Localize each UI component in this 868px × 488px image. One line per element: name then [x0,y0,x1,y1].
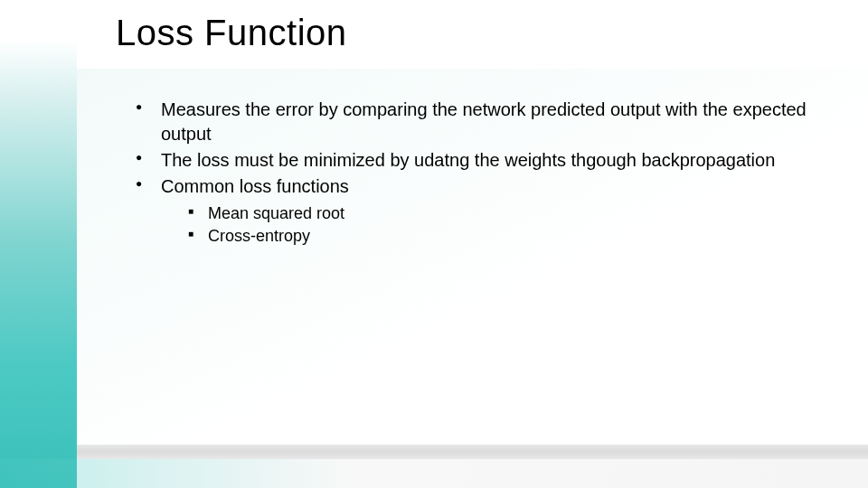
bullet-item: Measures the error by comparing the netw… [134,98,814,146]
bullet-list: Measures the error by comparing the netw… [134,98,814,248]
sub-bullet-text: Mean squared root [208,204,344,222]
bullet-item: The loss must be minimized by udatng the… [134,148,814,173]
bottom-strip [0,459,868,488]
sub-bullet-item: Mean squared root [186,202,814,225]
slide-content: Measures the error by comparing the netw… [134,98,814,249]
bullet-text: Measures the error by comparing the netw… [161,99,807,144]
sub-bullet-list: Mean squared root Cross-entropy [186,202,814,248]
sub-bullet-item: Cross-entropy [186,225,814,248]
bottom-shadow [77,445,868,459]
bullet-text: Common loss functions [161,176,349,196]
left-accent-bar [0,0,77,488]
bullet-text: The loss must be minimized by udatng the… [161,150,775,170]
slide-title: Loss Function [116,13,347,53]
bullet-item: Common loss functions Mean squared root … [134,174,814,248]
sub-bullet-text: Cross-entropy [208,227,310,245]
